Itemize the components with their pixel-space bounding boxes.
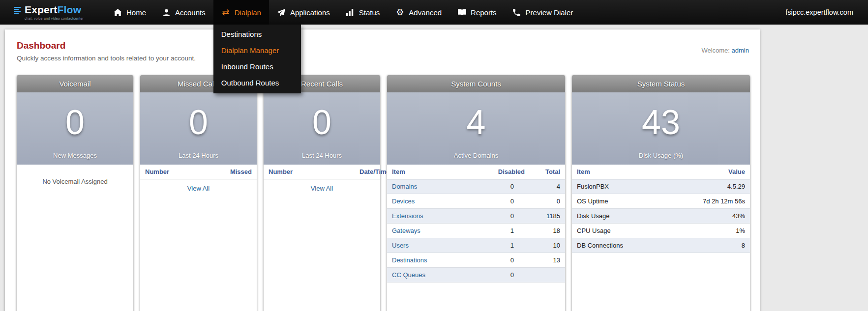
nav-item-home[interactable]: Home — [105, 0, 154, 25]
recent-calls-stat: 0 Last 24 Hours — [264, 92, 380, 165]
panel-voicemail: Voicemail 0 New Messages No Voicemail As… — [17, 75, 133, 311]
nav-item-dialplan[interactable]: ⇄ Dialplan Destinations Dialplan Manager… — [213, 0, 269, 25]
page-header: Dashboard Quickly access information and… — [17, 40, 749, 62]
voicemail-body: No Voicemail Assigned — [17, 165, 133, 311]
system-status-count-label: Disk Usage (%) — [639, 152, 683, 165]
nav-label: Accounts — [175, 8, 206, 17]
status-item: OS Uptime — [572, 194, 661, 209]
dropdown-item-destinations[interactable]: Destinations — [213, 26, 301, 42]
system-status-stat: 43 Disk Usage (%) — [572, 92, 750, 165]
table-row: Destinations 0 13 — [387, 253, 565, 268]
user-icon — [162, 9, 171, 16]
disabled-value: 1 — [484, 224, 530, 238]
missed-calls-body: Number Missed View All — [140, 165, 257, 311]
voicemail-title: Voicemail — [17, 75, 133, 92]
item-link[interactable]: Gateways — [392, 227, 420, 234]
total-value: 13 — [530, 253, 565, 268]
dialplan-dropdown: Destinations Dialplan Manager Inbound Ro… — [213, 25, 301, 93]
item-link[interactable]: CC Queues — [392, 271, 425, 279]
view-all-link[interactable]: View All — [311, 185, 333, 192]
nav-item-preview-dialer[interactable]: Preview Dialer — [505, 0, 581, 25]
nav-item-advanced[interactable]: ⚙ Advanced — [388, 0, 449, 25]
status-item: FusionPBX — [572, 179, 661, 194]
status-value: 8 — [661, 238, 750, 253]
view-all-link[interactable]: View All — [187, 185, 210, 192]
nav-label: Status — [359, 8, 380, 17]
item-link[interactable]: Destinations — [392, 256, 427, 264]
system-counts-body: Item Disabled Total Domains 0 4 — [387, 165, 565, 311]
disabled-value: 0 — [484, 179, 530, 194]
welcome-text: Welcome: admin — [701, 40, 749, 54]
dropdown-item-outbound-routes[interactable]: Outbound Routes — [213, 75, 301, 91]
status-value: 43% — [661, 209, 750, 224]
brand-logo[interactable]: ExpertFlow chat, voice and video contact… — [14, 4, 105, 20]
nav-item-reports[interactable]: Reports — [449, 0, 505, 25]
dropdown-item-inbound-routes[interactable]: Inbound Routes — [213, 58, 301, 75]
nav-item-status[interactable]: Status — [338, 0, 388, 25]
table-row: FusionPBX 4.5.29 — [572, 179, 750, 194]
home-icon — [113, 9, 122, 16]
total-value: 10 — [530, 238, 565, 253]
missed-calls-stat: 0 Last 24 Hours — [140, 92, 257, 165]
missed-calls-count: 0 — [189, 92, 208, 152]
system-status-count: 43 — [642, 92, 680, 152]
page-subtitle: Quickly access information and tools rel… — [17, 55, 196, 62]
col-value: Value — [661, 165, 750, 179]
dropdown-item-dialplan-manager[interactable]: Dialplan Manager — [213, 42, 301, 58]
missed-calls-view-all: View All — [140, 179, 257, 198]
nav-label: Dialplan — [235, 8, 261, 17]
item-link[interactable]: Domains — [392, 183, 417, 190]
recent-calls-count-label: Last 24 Hours — [302, 152, 342, 165]
voicemail-count: 0 — [65, 92, 85, 152]
recent-calls-view-all: View All — [264, 179, 380, 198]
phone-icon — [512, 9, 521, 16]
col-total: Total — [530, 165, 565, 179]
disabled-value: 0 — [484, 209, 530, 224]
system-status-body: Item Value FusionPBX 4.5.29 OS Uptim — [572, 165, 750, 311]
table-row: Extensions 0 1185 — [387, 209, 565, 224]
total-value: 18 — [530, 224, 565, 238]
system-status-title: System Status — [572, 75, 750, 92]
col-disabled: Disabled — [484, 165, 530, 179]
recent-calls-table: Number Date/Time — [264, 165, 380, 179]
system-status-table: Item Value FusionPBX 4.5.29 OS Uptim — [572, 165, 750, 253]
status-item: DB Connections — [572, 238, 661, 253]
system-counts-title: System Counts — [387, 75, 565, 92]
panel-system-counts: System Counts 4 Active Domains Item Disa… — [387, 75, 565, 311]
server-domain: fsipcc.expertflow.com — [785, 8, 853, 16]
top-nav: ExpertFlow chat, voice and video contact… — [0, 0, 868, 25]
table-row: CPU Usage 1% — [572, 224, 750, 238]
table-row: Domains 0 4 — [387, 179, 565, 194]
col-item: Item — [387, 165, 484, 179]
item-link[interactable]: Devices — [392, 198, 415, 205]
panel-system-status: System Status 43 Disk Usage (%) Item Val… — [572, 75, 750, 311]
system-counts-count: 4 — [467, 92, 486, 152]
bar-chart-icon — [346, 9, 355, 16]
welcome-user-link[interactable]: admin — [732, 47, 749, 54]
system-counts-stat: 4 Active Domains — [387, 92, 565, 165]
table-row: DB Connections 8 — [572, 238, 750, 253]
table-row: Disk Usage 43% — [572, 209, 750, 224]
nav-item-applications[interactable]: Applications — [269, 0, 338, 25]
nav-item-accounts[interactable]: Accounts — [154, 0, 213, 25]
item-link[interactable]: Users — [392, 242, 409, 249]
gear-icon: ⚙ — [395, 8, 404, 17]
voicemail-empty-text: No Voicemail Assigned — [17, 165, 133, 185]
nav-label: Applications — [290, 8, 330, 17]
brand-tagline: chat, voice and video contactcenter — [25, 17, 84, 20]
system-counts-table: Item Disabled Total Domains 0 4 — [387, 165, 565, 283]
table-row: CC Queues 0 — [387, 268, 565, 283]
status-value: 7d 2h 12m 56s — [661, 194, 750, 209]
item-link[interactable]: Extensions — [392, 212, 423, 220]
status-value: 1% — [661, 224, 750, 238]
dashboard-panels: Voicemail 0 New Messages No Voicemail As… — [17, 75, 749, 311]
dialplan-icon: ⇄ — [221, 8, 230, 17]
book-icon — [457, 9, 466, 16]
system-counts-count-label: Active Domains — [454, 152, 498, 165]
voicemail-count-label: New Messages — [53, 152, 97, 165]
col-number: Number — [140, 165, 199, 179]
status-item: CPU Usage — [572, 224, 661, 238]
disabled-value: 0 — [484, 268, 530, 283]
col-date-time: Date/Time — [355, 165, 380, 179]
nav-label: Reports — [471, 8, 497, 17]
